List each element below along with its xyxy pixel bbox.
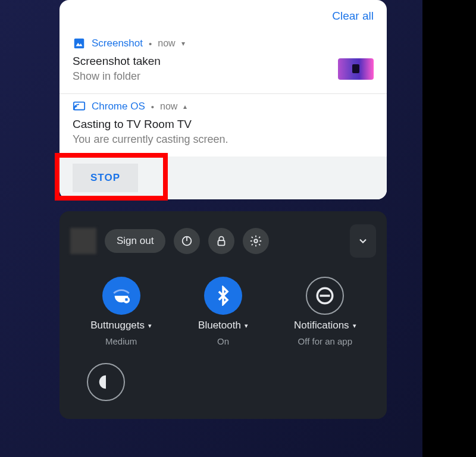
notifications-sublabel: Off for an app	[298, 336, 352, 346]
bluetooth-toggle[interactable]	[204, 277, 242, 315]
chevron-up-icon[interactable]: ▴	[183, 102, 187, 111]
notification-action-bar: STOP	[60, 156, 387, 199]
system-tray-panel: Clear all Screenshot • now ▾ Screenshot …	[60, 0, 387, 419]
lock-button[interactable]	[208, 228, 234, 254]
svg-rect-6	[218, 240, 225, 245]
notification-time: now	[160, 101, 177, 112]
quick-settings-row: Buttnuggets▾ Medium Bluetooth▾ On Notifi…	[70, 277, 376, 346]
wifi-toggle[interactable]	[102, 277, 140, 315]
notifications-card: Clear all Screenshot • now ▾ Screenshot …	[60, 0, 387, 199]
qs-bluetooth: Bluetooth▾ On	[176, 277, 271, 346]
svg-point-7	[255, 239, 258, 243]
chevron-down-icon: ▾	[245, 322, 248, 330]
quick-settings-tray: Sign out Buttnuggets▾ Medium	[60, 211, 387, 419]
tray-top-row: Sign out	[70, 224, 376, 258]
notification-body: Screenshot taken Show in folder	[73, 55, 374, 83]
notification-title: Screenshot taken	[73, 55, 161, 68]
chevron-down-icon: ▾	[353, 322, 356, 330]
bluetooth-label[interactable]: Bluetooth▾	[198, 320, 248, 331]
svg-rect-0	[74, 39, 84, 49]
notifications-toggle[interactable]	[306, 277, 344, 315]
sign-out-button[interactable]: Sign out	[105, 229, 165, 253]
notification-time: now	[158, 38, 175, 49]
notifications-label[interactable]: Notifications▾	[294, 320, 356, 331]
notification-header: Screenshot • now ▾	[73, 37, 374, 50]
bluetooth-sublabel: On	[217, 336, 229, 346]
notification-app-name: Chrome OS	[92, 101, 145, 112]
wifi-label[interactable]: Buttnuggets▾	[90, 320, 152, 331]
notification-subtitle: You are currently casting screen.	[73, 133, 374, 146]
image-icon	[73, 37, 86, 50]
screenshot-thumbnail[interactable]	[338, 58, 374, 80]
wifi-sublabel: Medium	[105, 336, 137, 346]
night-light-toggle[interactable]	[87, 363, 125, 401]
qs-notifications: Notifications▾ Off for an app	[277, 277, 372, 346]
screen-edge-black	[422, 0, 476, 457]
svg-point-3	[73, 108, 75, 110]
collapse-tray-button[interactable]	[350, 224, 376, 258]
notification-casting[interactable]: Chrome OS • now ▴ Casting to TV Room TV …	[60, 93, 387, 156]
clear-all-button[interactable]: Clear all	[60, 6, 387, 31]
chevron-down-icon[interactable]: ▾	[181, 39, 185, 48]
separator-dot: •	[149, 39, 152, 49]
notification-screenshot[interactable]: Screenshot • now ▾ Screenshot taken Show…	[60, 31, 387, 93]
separator-dot: •	[151, 102, 154, 112]
cast-icon	[73, 100, 86, 113]
settings-button[interactable]	[243, 228, 269, 254]
notification-subtitle[interactable]: Show in folder	[73, 70, 161, 83]
stop-casting-button[interactable]: STOP	[73, 164, 138, 192]
notification-title: Casting to TV Room TV	[73, 118, 374, 131]
svg-rect-9	[125, 298, 127, 301]
chevron-down-icon: ▾	[148, 322, 152, 330]
user-avatar[interactable]	[70, 228, 96, 254]
qs-wifi: Buttnuggets▾ Medium	[74, 277, 169, 346]
power-button[interactable]	[174, 228, 200, 254]
notification-header: Chrome OS • now ▴	[73, 100, 374, 113]
notification-app-name: Screenshot	[92, 37, 143, 49]
